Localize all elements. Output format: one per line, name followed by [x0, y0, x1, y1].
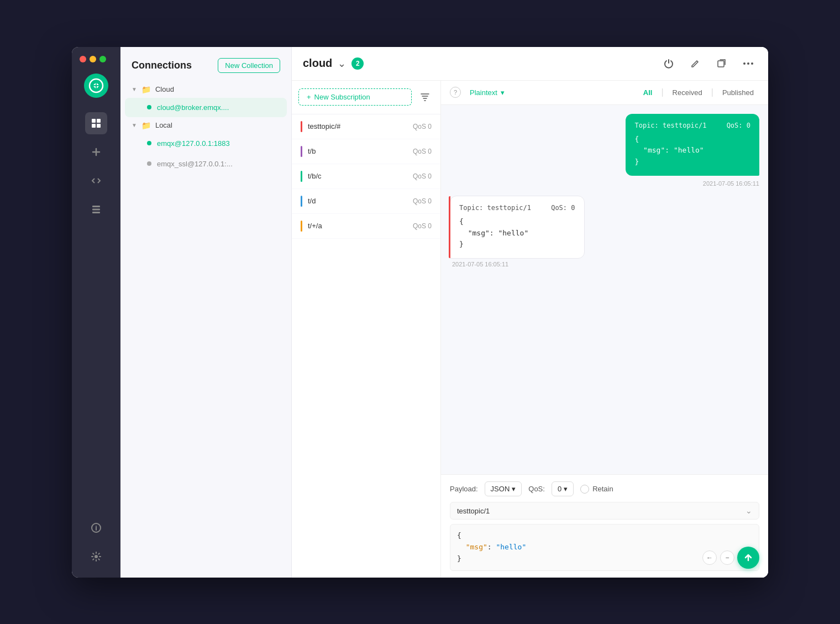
- svg-rect-1: [92, 119, 96, 123]
- retain-checkbox[interactable]: [580, 485, 589, 494]
- payload-key: "msg": [466, 543, 487, 551]
- topic-qos-tbc: QoS 0: [413, 172, 432, 180]
- tab-received[interactable]: Received: [667, 86, 708, 99]
- topic-name-tb: t/b: [308, 147, 316, 155]
- close-button[interactable]: [80, 56, 86, 62]
- svg-rect-6: [92, 208, 100, 210]
- published-topic: Topic: testtopic/1: [634, 122, 706, 129]
- subscriptions-header: + New Subscription: [292, 81, 440, 114]
- app-logo: [84, 74, 108, 98]
- published-msg-header: Topic: testtopic/1 QoS: 0: [634, 122, 750, 129]
- subscription-filter-button[interactable]: [416, 88, 434, 106]
- received-topic: Topic: testtopic/1: [459, 204, 531, 212]
- topic-qos-td: QoS 0: [413, 197, 432, 205]
- received-msg-body: { "msg": "hello"}: [459, 216, 575, 250]
- topic-expand-icon[interactable]: ⌄: [746, 506, 752, 515]
- topic-qos-tb: QoS 0: [413, 148, 432, 155]
- group-cloud[interactable]: ▼ 📁 Cloud: [120, 82, 291, 97]
- format-select[interactable]: JSON ▾: [485, 481, 522, 496]
- payload-area[interactable]: { "msg": "hello" } ← − →: [450, 524, 759, 570]
- format-label: Plaintext: [470, 88, 497, 97]
- qos-arrow: ▾: [564, 485, 568, 493]
- content-area: + New Subscription testtopic/#: [292, 81, 768, 578]
- minimize-button[interactable]: [90, 56, 96, 62]
- cloud-folder-icon: 📁: [141, 85, 151, 94]
- main-area: cloud ⌄ 2: [292, 47, 768, 578]
- payload-brace-close: }: [457, 554, 461, 563]
- received-msg-header: Topic: testtopic/1 QoS: 0: [459, 204, 575, 212]
- plus-icon: +: [307, 93, 311, 101]
- local-arrow: ▼: [132, 122, 137, 128]
- tab-published[interactable]: Published: [717, 86, 759, 99]
- qos-select[interactable]: 0 ▾: [552, 481, 574, 496]
- format-selector[interactable]: Plaintext ▾: [465, 86, 509, 99]
- new-collection-button[interactable]: New Collection: [218, 58, 280, 73]
- topic-item-testtopic[interactable]: testtopic/# QoS 0: [292, 114, 440, 139]
- connection-local-1883[interactable]: emqx@127.0.0.1:1883: [125, 134, 287, 153]
- payload-val: "hello": [496, 543, 526, 551]
- connection-dropdown-icon[interactable]: ⌄: [338, 57, 346, 70]
- sidebar-item-add[interactable]: [85, 141, 107, 163]
- topic-input-value: testtopic/1: [457, 507, 746, 515]
- status-dot-gray: [147, 161, 151, 166]
- topic-qos-testtopic: QoS 0: [413, 123, 432, 130]
- more-icon[interactable]: [739, 55, 757, 72]
- svg-rect-2: [97, 119, 101, 123]
- format-select-arrow: ▾: [512, 485, 516, 493]
- received-timestamp: 2021-07-05 16:05:11: [450, 261, 585, 268]
- svg-point-12: [747, 62, 749, 65]
- published-msg-body: { "msg": "hello"}: [634, 134, 750, 168]
- published-qos: QoS: 0: [727, 122, 750, 129]
- connection-local-ssl[interactable]: emqx_ssl@127.0.0.1:...: [125, 154, 287, 174]
- payload-brace-open: {: [457, 531, 461, 539]
- group-local[interactable]: ▼ 📁 Local: [120, 118, 291, 133]
- subscriptions-panel: + New Subscription testtopic/#: [292, 81, 441, 578]
- connection-cloud-emqx[interactable]: cloud@broker.emqx....: [125, 98, 287, 117]
- message-received: Topic: testtopic/1 QoS: 0 { "msg": "hell…: [450, 196, 585, 259]
- topic-color-green: [301, 171, 302, 182]
- svg-point-11: [743, 62, 746, 65]
- publish-controls: Payload: JSON ▾ QoS: 0 ▾ Retain: [450, 481, 759, 496]
- svg-point-13: [751, 62, 753, 65]
- topic-item-tbc[interactable]: t/b/c QoS 0: [292, 164, 440, 189]
- help-icon[interactable]: ?: [450, 87, 461, 98]
- power-icon[interactable]: [660, 55, 678, 72]
- main-header: cloud ⌄ 2: [292, 47, 768, 81]
- add-window-icon[interactable]: [713, 55, 731, 72]
- topic-color-blue: [301, 196, 302, 207]
- local-group-name: Local: [155, 121, 172, 129]
- nav-minus-icon[interactable]: −: [720, 550, 734, 565]
- sidebar-item-data[interactable]: [85, 198, 107, 221]
- topic-name-tplusa: t/+/a: [308, 222, 322, 230]
- topic-input-row[interactable]: testtopic/1 ⌄: [450, 502, 759, 520]
- connections-title: Connections: [132, 60, 192, 71]
- svg-rect-7: [92, 212, 100, 213]
- nav-prev-icon[interactable]: ←: [702, 550, 717, 565]
- active-connection-title: cloud: [303, 57, 332, 70]
- connections-panel: Connections New Collection ▼ 📁 Cloud clo…: [120, 47, 292, 578]
- topic-qos-tplusa: QoS 0: [413, 222, 432, 230]
- topic-item-tb[interactable]: t/b QoS 0: [292, 139, 440, 164]
- message-published: Topic: testtopic/1 QoS: 0 { "msg": "hell…: [626, 114, 759, 176]
- topic-color-purple: [301, 146, 302, 157]
- topic-name-testtopic: testtopic/#: [308, 122, 340, 130]
- sidebar-item-code[interactable]: [85, 170, 107, 192]
- send-button[interactable]: [737, 547, 759, 569]
- topic-item-tplusa[interactable]: t/+/a QoS 0: [292, 214, 440, 239]
- cloud-arrow: ▼: [132, 86, 137, 92]
- topic-color-red: [301, 121, 302, 132]
- sidebar-item-info[interactable]: [85, 517, 107, 539]
- format-dropdown-icon: ▾: [501, 88, 505, 97]
- message-received-wrapper: Topic: testtopic/1 QoS: 0 { "msg": "hell…: [450, 196, 585, 268]
- publish-area: Payload: JSON ▾ QoS: 0 ▾ Retain: [441, 474, 768, 577]
- topic-item-td[interactable]: t/d QoS 0: [292, 189, 440, 214]
- maximize-button[interactable]: [99, 56, 106, 62]
- sidebar-item-settings[interactable]: [85, 546, 107, 568]
- new-subscription-button[interactable]: + New Subscription: [298, 88, 412, 106]
- cloud-group-name: Cloud: [155, 85, 174, 93]
- edit-icon[interactable]: [686, 55, 704, 72]
- sidebar-item-connections[interactable]: [85, 112, 107, 134]
- messages-list: Topic: testtopic/1 QoS: 0 { "msg": "hell…: [441, 105, 768, 475]
- tab-all[interactable]: All: [638, 86, 658, 99]
- retain-checkbox-wrapper[interactable]: Retain: [580, 485, 613, 494]
